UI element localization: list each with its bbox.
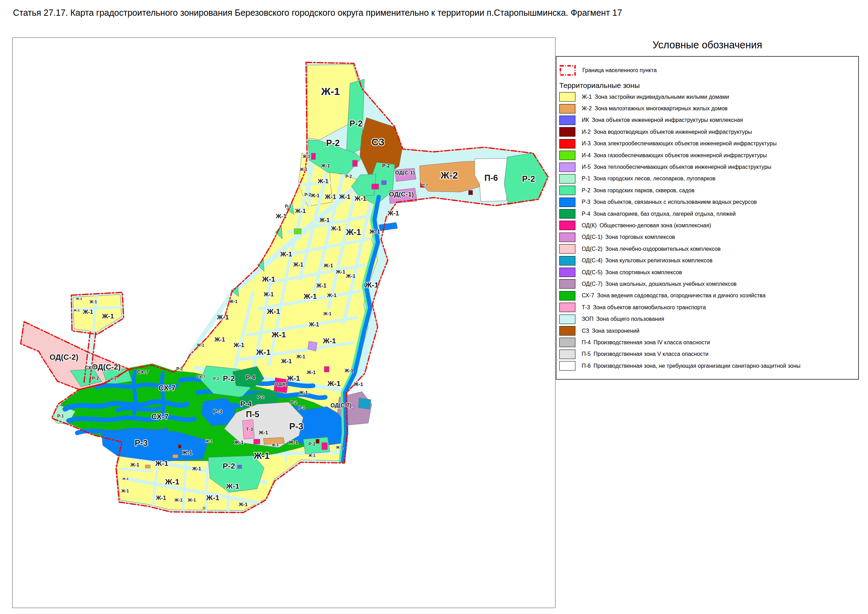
zone-zh2-foot-b <box>145 465 150 468</box>
map-zone-label: Ж-1 <box>310 193 319 198</box>
map-zone-label: Ж-1 <box>280 250 292 258</box>
map-zone-label: Ж-1 <box>318 178 328 185</box>
legend-zone-label: И-3 Зона электрообеспечивающих объектов … <box>582 140 777 147</box>
legend-zone-row: ОД(С-7) Зона школьных, дошкольных учебны… <box>559 278 858 290</box>
map-zone-label: Ж-1 <box>82 309 93 315</box>
map-zone-label: Ж-1 <box>182 450 192 456</box>
map-zone-label: Ж-1 <box>388 210 399 217</box>
legend-zone-row: И-3 Зона электрообеспечивающих объектов … <box>559 138 858 149</box>
map-zone-label: Ж-1 <box>323 262 333 268</box>
map-zone-label: Р-2 <box>308 441 315 446</box>
map-zone-label: Т-3 <box>246 427 253 432</box>
legend-title: Условные обозначения <box>556 39 859 51</box>
legend-zone-label: ЗОП Зона общего пользования <box>582 316 664 322</box>
map-zone-label: Ж-1 <box>192 466 201 471</box>
legend-zone-swatch <box>559 361 575 371</box>
map-zone-label: Ж-1 <box>304 292 317 300</box>
legend-zone-label: ОД(С-5) Зона спортивных комплексов <box>582 269 682 276</box>
legend-zone-row: Т-3 Зона объектов автомобильного транспо… <box>559 302 858 313</box>
legend-zone-swatch <box>559 116 575 125</box>
legend-section-title: Территориальные зоны <box>559 81 858 90</box>
map-zone-label: Ж-1 <box>256 347 271 357</box>
legend-zone-swatch <box>559 163 575 172</box>
legend-zone-swatch <box>559 104 575 113</box>
map-zone-label: Ж-1 <box>287 374 300 382</box>
map-zone-label: Ж-1 <box>130 462 139 468</box>
zone-odk-d <box>324 366 329 372</box>
map-zone-label: Ж-1 <box>271 443 279 447</box>
legend-zone-label: СЗ Зона захоронений <box>582 328 639 334</box>
legend-zone-label: Т-3 Зона объектов автомобильного транспо… <box>582 305 706 311</box>
zone-odk-e <box>322 443 327 450</box>
legend-zone-label: Ж-2 Зона малоэтажных многоквартирных жил… <box>582 106 728 112</box>
zoning-map: Ж-1Р-2СЗР-2Ж-1Ж-1Ж-1Ж-1Ж-1Р-2Р-2ОД(С-1)О… <box>12 37 555 608</box>
legend-zone-swatch <box>559 314 575 324</box>
map-zone-label: Ж-1 <box>327 292 337 298</box>
map-zone-label: Р-2 <box>326 138 340 148</box>
legend-zone-label: П-4 Производственная зона IV класса опас… <box>582 339 710 346</box>
map-zone-label: Р-1 <box>57 413 64 418</box>
zone-i4-dot <box>203 507 205 509</box>
map-zone-label: СХ-7 <box>197 375 205 379</box>
legend-zone-row: СЗ Зона захоронений <box>559 325 858 337</box>
map-zone-label: Р-3 <box>135 438 148 448</box>
legend-zone-label: ОД(С-2) Зона лечебно-оздоровительных ком… <box>582 246 721 252</box>
legend-boundary-label: Граница населенного пункта <box>583 67 657 73</box>
map-zone-label: Ж-1 <box>155 459 168 467</box>
map-zone-label: Ж-1 <box>121 489 129 494</box>
map-zone-label: Р-2 <box>522 174 535 183</box>
map-zone-label: Ж-1 <box>234 342 244 348</box>
map-zone-label: Р-2 <box>285 204 291 209</box>
zone-odk-a <box>311 153 315 159</box>
legend-zone-label: Р-2 Зона городских парков, скверов, садо… <box>582 187 694 194</box>
map-zone-label: Р-2 <box>92 376 99 381</box>
map-zone-label: Ж-1 <box>196 343 205 348</box>
legend-zone-label: И-2 Зона водоотводящих объектов инженерн… <box>582 129 752 135</box>
map-zone-label: Ж-1 <box>344 368 353 373</box>
boundary-swatch-icon <box>559 65 576 76</box>
map-zone-label: Ж-1 <box>309 322 319 328</box>
zone-i2-box-a <box>316 439 319 443</box>
map-zone-label: ОД(К) <box>275 381 287 387</box>
map-zone-label: Ж-1 <box>288 439 298 445</box>
legend-zone-row: СХ-7 Зона ведения садоводства, огороднич… <box>559 290 858 302</box>
map-zone-label: Р-3 <box>289 421 303 431</box>
legend-zone-swatch <box>559 209 575 219</box>
legend-zone-swatch <box>559 127 575 137</box>
legend-zone-row: Р-2 Зона городских парков, скверов, садо… <box>559 185 858 196</box>
map-zone-label: ОД(С-2) <box>50 353 78 361</box>
legend-zone-row: ЗОП Зона общего пользования <box>559 313 858 325</box>
legend-zone-row: Ж-1 Зона застройки индивидуальными жилым… <box>559 91 858 103</box>
map-zone-label: Ж-1 <box>89 300 97 305</box>
map-zone-label: Ж-1 <box>229 299 237 304</box>
map-zone-label: Ж-1 <box>321 163 330 168</box>
map-zone-label: ОД(С-2) <box>92 362 120 371</box>
legend-zone-label: ОД(С-7) Зона школьных, дошкольных учебны… <box>582 281 737 287</box>
zone-odk-strip <box>254 439 260 444</box>
map-zone-label: Ж-1 <box>281 358 291 365</box>
map-zone-label: Ж-1 <box>238 502 248 507</box>
legend-panel: Граница населенного пункта Территориальн… <box>556 56 859 380</box>
map-zone-label: Ж-1 <box>206 494 219 502</box>
map-zone-label: СХ-7 <box>85 365 96 371</box>
map-zone-label: Ж-1 <box>276 213 286 220</box>
legend-zone-swatch <box>559 197 575 207</box>
legend-zone-label: Ж-1 Зона застройки индивидуальными жилым… <box>582 94 729 100</box>
map-zone-label: Ж-1 <box>205 439 212 443</box>
legend-zone-swatch <box>559 92 575 101</box>
map-zone-label: Ж-1 <box>187 498 196 503</box>
map-zone-label: П-5 <box>246 409 259 419</box>
map-zone-label: Р-2 <box>349 119 362 128</box>
map-zone-label: Р-3 <box>213 409 222 415</box>
map-zone-label: Ж-1 <box>101 312 114 320</box>
map-zone-label: Р-4 <box>240 399 252 408</box>
legend-zone-swatch <box>559 291 575 300</box>
map-zone-label: Ж-1 <box>122 477 129 480</box>
legend-zone-row: ОД(С-1) Зона торговых комплексов <box>559 232 858 243</box>
map-zone-label: Ж-1 <box>271 330 286 339</box>
map-zone-label: Ж-1 <box>156 495 166 501</box>
legend-zone-label: ОД(С-1) Зона торговых комплексов <box>582 234 675 240</box>
legend-zone-swatch <box>559 279 575 289</box>
legend-zone-row: И-4 Зона газообеспечивающих объектов инж… <box>559 149 858 161</box>
map-zone-label: Р-2 <box>257 394 264 399</box>
